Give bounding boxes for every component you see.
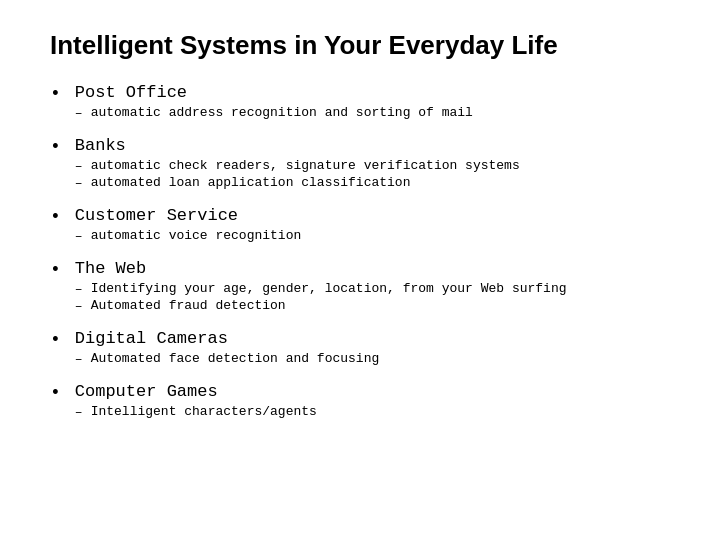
list-item-the-web: •The Web–Identifying your age, gender, l… — [50, 259, 670, 315]
item-label-digital-cameras: Digital Cameras — [75, 329, 670, 348]
sub-list-banks: –automatic check readers, signature veri… — [75, 158, 670, 191]
bullet-icon: • — [50, 330, 61, 350]
bullet-icon: • — [50, 260, 61, 280]
sub-item: –automatic voice recognition — [75, 228, 670, 244]
sub-list-post-office: –automatic address recognition and sorti… — [75, 105, 670, 121]
dash-icon: – — [75, 299, 83, 314]
dash-icon: – — [75, 282, 83, 297]
dash-icon: – — [75, 159, 83, 174]
bullet-icon: • — [50, 84, 61, 104]
sub-list-digital-cameras: –Automated face detection and focusing — [75, 351, 670, 367]
sub-text: Intelligent characters/agents — [91, 404, 317, 419]
dash-icon: – — [75, 176, 83, 191]
item-content-customer-service: Customer Service–automatic voice recogni… — [75, 206, 670, 245]
sub-item: –automatic address recognition and sorti… — [75, 105, 670, 121]
sub-item: –Automated fraud detection — [75, 298, 670, 314]
list-item-banks: •Banks–automatic check readers, signatur… — [50, 136, 670, 192]
item-label-customer-service: Customer Service — [75, 206, 670, 225]
bullet-icon: • — [50, 383, 61, 403]
sub-text: automatic address recognition and sortin… — [91, 105, 473, 120]
sub-item: –Automated face detection and focusing — [75, 351, 670, 367]
sub-text: automatic check readers, signature verif… — [91, 158, 520, 173]
slide-title: Intelligent Systems in Your Everyday Lif… — [50, 30, 670, 61]
item-content-computer-games: Computer Games–Intelligent characters/ag… — [75, 382, 670, 421]
sub-item: –Intelligent characters/agents — [75, 404, 670, 420]
dash-icon: – — [75, 352, 83, 367]
sub-text: automated loan application classificatio… — [91, 175, 411, 190]
list-item-post-office: •Post Office–automatic address recogniti… — [50, 83, 670, 122]
item-content-banks: Banks–automatic check readers, signature… — [75, 136, 670, 192]
dash-icon: – — [75, 405, 83, 420]
sub-text: automatic voice recognition — [91, 228, 302, 243]
list-item-customer-service: •Customer Service–automatic voice recogn… — [50, 206, 670, 245]
sub-item: –Identifying your age, gender, location,… — [75, 281, 670, 297]
list-item-computer-games: •Computer Games–Intelligent characters/a… — [50, 382, 670, 421]
bullet-icon: • — [50, 137, 61, 157]
bullet-icon: • — [50, 207, 61, 227]
item-content-the-web: The Web–Identifying your age, gender, lo… — [75, 259, 670, 315]
sub-list-the-web: –Identifying your age, gender, location,… — [75, 281, 670, 314]
dash-icon: – — [75, 229, 83, 244]
main-list: •Post Office–automatic address recogniti… — [50, 83, 670, 421]
slide: Intelligent Systems in Your Everyday Lif… — [0, 0, 720, 540]
item-label-computer-games: Computer Games — [75, 382, 670, 401]
item-label-post-office: Post Office — [75, 83, 670, 102]
sub-item: –automatic check readers, signature veri… — [75, 158, 670, 174]
dash-icon: – — [75, 106, 83, 121]
item-label-banks: Banks — [75, 136, 670, 155]
item-content-digital-cameras: Digital Cameras–Automated face detection… — [75, 329, 670, 368]
item-label-the-web: The Web — [75, 259, 670, 278]
sub-text: Automated fraud detection — [91, 298, 286, 313]
sub-list-customer-service: –automatic voice recognition — [75, 228, 670, 244]
sub-item: –automated loan application classificati… — [75, 175, 670, 191]
item-content-post-office: Post Office–automatic address recognitio… — [75, 83, 670, 122]
list-item-digital-cameras: •Digital Cameras–Automated face detectio… — [50, 329, 670, 368]
sub-text: Automated face detection and focusing — [91, 351, 380, 366]
sub-list-computer-games: –Intelligent characters/agents — [75, 404, 670, 420]
sub-text: Identifying your age, gender, location, … — [91, 281, 567, 296]
